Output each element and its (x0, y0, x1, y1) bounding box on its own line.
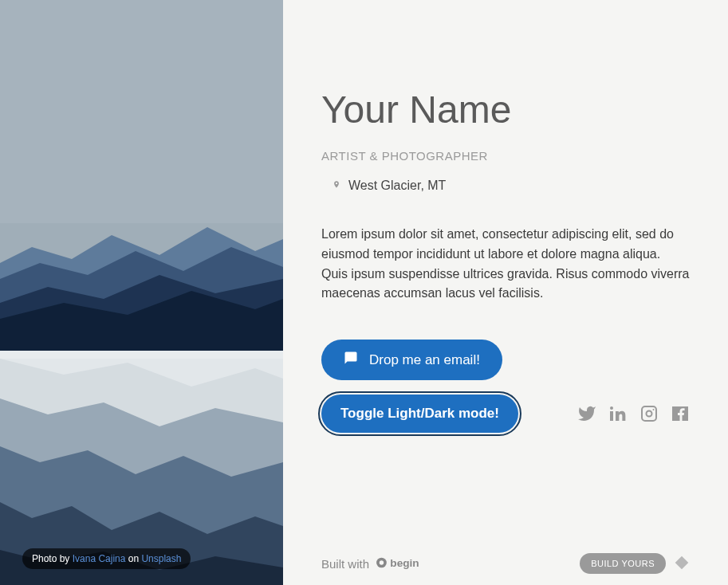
begin-logo-icon: begin (376, 555, 427, 573)
hero-image-panel: Photo by Ivana Cajina on Unsplash (0, 0, 283, 585)
instagram-icon[interactable] (639, 404, 659, 423)
credit-author-link[interactable]: Ivana Cajina (73, 553, 126, 564)
built-with: Built with begin (321, 555, 427, 573)
credit-prefix: Photo by (32, 553, 73, 564)
footer: Built with begin BUILD YOURS (321, 553, 690, 585)
glitch-icon[interactable] (674, 555, 690, 573)
content-panel: Your Name ARTIST & PHOTOGRAPHER West Gla… (283, 0, 728, 585)
profile-name: Your Name (321, 88, 690, 132)
profile-subtitle: ARTIST & PHOTOGRAPHER (321, 149, 690, 163)
location-text: West Glacier, MT (348, 179, 446, 193)
built-with-label: Built with (321, 557, 369, 571)
toggle-theme-button[interactable]: Toggle Light/Dark mode! (321, 395, 518, 433)
facebook-icon[interactable] (671, 404, 690, 423)
email-button-label: Drop me an email! (369, 352, 480, 368)
svg-text:begin: begin (390, 556, 419, 568)
mountain-scene (0, 0, 283, 585)
credit-source-link[interactable]: Unsplash (141, 553, 181, 564)
email-button[interactable]: Drop me an email! (321, 340, 502, 380)
social-links (577, 404, 690, 423)
chat-icon (344, 351, 358, 369)
photo-credit: Photo by Ivana Cajina on Unsplash (22, 548, 191, 569)
location-pin-icon (333, 179, 340, 192)
toggle-button-label: Toggle Light/Dark mode! (340, 406, 499, 422)
svg-point-5 (380, 560, 384, 564)
linkedin-icon[interactable] (608, 404, 628, 423)
profile-bio: Lorem ipsum dolor sit amet, consectetur … (321, 225, 690, 304)
credit-middle: on (125, 553, 141, 564)
svg-rect-2 (0, 351, 283, 359)
profile-location: West Glacier, MT (321, 179, 690, 193)
twitter-icon[interactable] (577, 404, 596, 423)
build-yours-button[interactable]: BUILD YOURS (580, 553, 666, 574)
